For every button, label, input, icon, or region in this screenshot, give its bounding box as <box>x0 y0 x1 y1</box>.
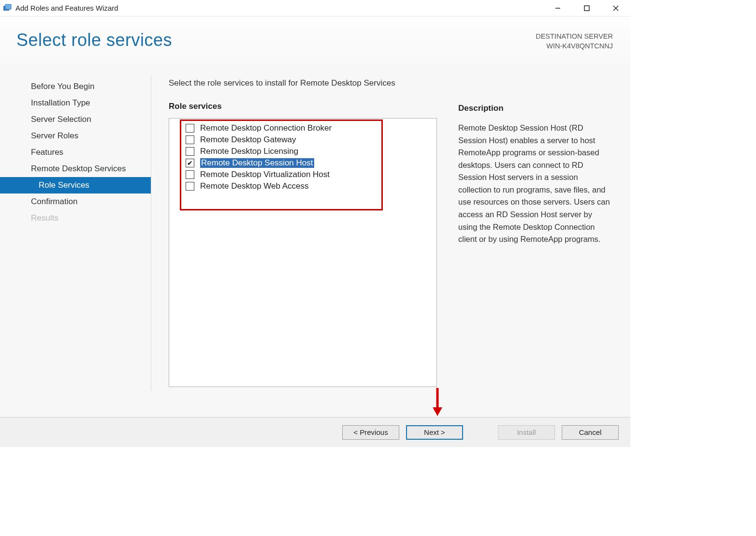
header: Select role services DESTINATION SERVER … <box>0 16 630 65</box>
nav-installation-type[interactable]: Installation Type <box>0 95 151 111</box>
checkbox-session-host[interactable] <box>186 159 194 167</box>
description-text: Remote Desktop Session Host (RD Session … <box>458 120 613 246</box>
main-panel: Select the role services to install for … <box>151 78 630 417</box>
app-icon <box>3 4 12 13</box>
sidebar: Before You Begin Installation Type Serve… <box>0 78 151 417</box>
svg-rect-1 <box>5 4 11 9</box>
destination-label: DESTINATION SERVER <box>536 32 613 42</box>
checkbox-virtualization-host[interactable] <box>186 170 194 179</box>
instruction-text: Select the role services to install for … <box>169 78 437 88</box>
service-label: Remote Desktop Web Access <box>200 181 309 191</box>
nav-features[interactable]: Features <box>0 144 151 161</box>
service-row-virtualization-host[interactable]: Remote Desktop Virtualization Host <box>169 169 436 180</box>
checkbox-licensing[interactable] <box>186 147 194 156</box>
nav-role-services[interactable]: Role Services <box>0 177 151 194</box>
service-label: Remote Desktop Session Host <box>200 158 314 168</box>
services-listbox[interactable]: Remote Desktop Connection Broker Remote … <box>169 118 437 387</box>
titlebar: Add Roles and Features Wizard <box>0 0 630 16</box>
destination-info: DESTINATION SERVER WIN-K4V8QNTCNNJ <box>536 30 613 51</box>
page-title: Select role services <box>16 30 172 50</box>
content: Before You Begin Installation Type Serve… <box>0 65 630 417</box>
nav-server-roles[interactable]: Server Roles <box>0 128 151 144</box>
checkbox-connection-broker[interactable] <box>186 124 194 133</box>
service-row-web-access[interactable]: Remote Desktop Web Access <box>169 180 436 192</box>
nav-results: Results <box>0 210 151 226</box>
checkbox-gateway[interactable] <box>186 135 194 144</box>
maximize-button[interactable] <box>572 0 601 16</box>
nav-remote-desktop-services[interactable]: Remote Desktop Services <box>0 161 151 177</box>
nav-server-selection[interactable]: Server Selection <box>0 111 151 128</box>
window-controls <box>543 0 630 16</box>
window-title: Add Roles and Features Wizard <box>15 4 543 12</box>
description-column: Description Remote Desktop Session Host … <box>458 78 613 417</box>
close-button[interactable] <box>601 0 630 16</box>
service-label: Remote Desktop Connection Broker <box>200 123 332 133</box>
install-button: Install <box>498 425 555 440</box>
destination-server: WIN-K4V8QNTCNNJ <box>536 42 613 51</box>
checkbox-web-access[interactable] <box>186 182 194 191</box>
service-label: Remote Desktop Virtualization Host <box>200 170 330 179</box>
service-row-session-host[interactable]: Remote Desktop Session Host <box>169 157 436 169</box>
service-label: Remote Desktop Gateway <box>200 135 296 145</box>
nav-before-you-begin[interactable]: Before You Begin <box>0 78 151 95</box>
footer: < Previous Next > Install Cancel <box>0 417 630 447</box>
nav-confirmation[interactable]: Confirmation <box>0 194 151 210</box>
service-label: Remote Desktop Licensing <box>200 147 298 156</box>
svg-rect-3 <box>584 6 589 11</box>
description-label: Description <box>458 104 613 113</box>
service-row-gateway[interactable]: Remote Desktop Gateway <box>169 134 436 146</box>
services-label: Role services <box>169 102 437 111</box>
service-row-connection-broker[interactable]: Remote Desktop Connection Broker <box>169 122 436 134</box>
minimize-button[interactable] <box>543 0 572 16</box>
next-button[interactable]: Next > <box>406 425 463 440</box>
previous-button[interactable]: < Previous <box>342 425 399 440</box>
cancel-button[interactable]: Cancel <box>562 425 619 440</box>
service-row-licensing[interactable]: Remote Desktop Licensing <box>169 146 436 157</box>
services-column: Select the role services to install for … <box>169 78 437 417</box>
